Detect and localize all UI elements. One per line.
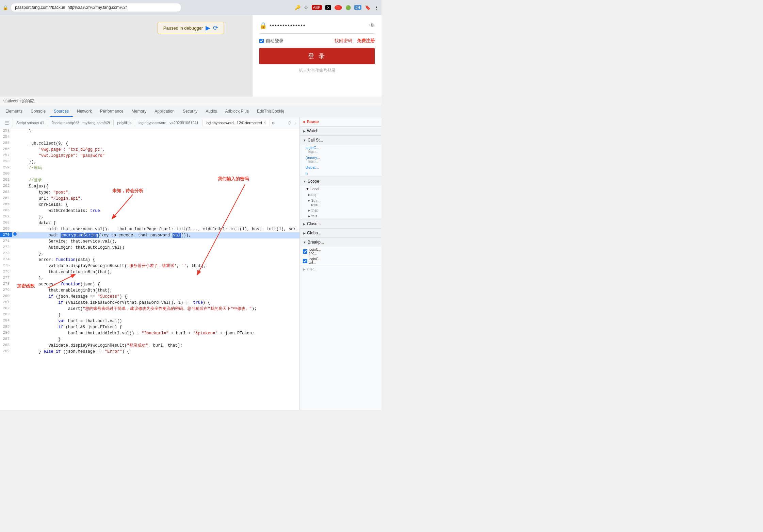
tab-elements[interactable]: Elements [1, 106, 27, 117]
devtools-tabs: Elements Console Sources Network Perform… [0, 106, 382, 117]
adblock-icon[interactable]: ABP [312, 5, 322, 10]
browser-icons: 🔑 ☆ ABP ✕ 🔴 🟢 JH 🔖 ⋮ [295, 5, 379, 10]
code-line-275: 275 validate.displayPswdLoginResult('服务器… [0, 263, 299, 269]
star-icon[interactable]: ☆ [304, 5, 308, 10]
callstack-label: Call St... [308, 138, 323, 143]
debug-closure-section: ▶ Closu... [300, 219, 382, 229]
tab-memory[interactable]: Memory [128, 106, 150, 117]
code-tab-backurl[interactable]: ?backurl=http%3...my.fang.com%2f [48, 119, 114, 126]
code-line-256: 256 'vwg.page': 'txz_dl^gg_pc', [0, 147, 299, 153]
debug-panel: ● Pause ▶ Watch ▼ Call St... loginC... l… [300, 117, 382, 410]
callstack-item-3[interactable]: dispat... [300, 164, 382, 170]
more-tabs-icon[interactable]: » [270, 120, 277, 126]
code-line-267: 267 }, [0, 214, 299, 220]
code-line-289: 289 } else if (json.Message == "Error") … [0, 349, 299, 355]
close-tab-icon[interactable]: ✕ [263, 121, 266, 124]
code-line-274: 274 error: function(data) { [0, 257, 299, 263]
debug-callstack-header[interactable]: ▼ Call St... [300, 136, 382, 145]
bookmark-icon[interactable]: 🔖 [365, 5, 371, 10]
code-line-260: 260 [0, 171, 299, 177]
code-line-257: 257 "vwt.logintype": "password" [0, 153, 299, 159]
code-line-264: 264 url: "/login.api", [0, 196, 299, 202]
eye-icon[interactable]: 👁 [369, 22, 375, 29]
debug-paused-label: ● Pause [300, 117, 382, 126]
scope-obj[interactable]: ▸ obj: [300, 192, 382, 198]
code-line-263: 263 type: "post", [0, 189, 299, 196]
tab-audits[interactable]: Audits [201, 106, 221, 117]
step-into-button[interactable]: ↓ [294, 120, 298, 126]
debugger-banner: Paused in debugger ▶ ⟳ [158, 22, 224, 34]
code-line-281: 281 if (validate.isPasswordForV(that.pas… [0, 300, 299, 306]
browser-chrome: 🔒 passport.fang.com/?backurl=http%3a%2f%… [0, 0, 382, 15]
find-password-link[interactable]: 找回密码 [335, 38, 352, 44]
scope-this[interactable]: ▸ this [300, 213, 382, 219]
code-line-286: 286 burl = that.middleUrl.val() + "?back… [0, 330, 299, 336]
lock-icon: 🔒 [3, 5, 8, 10]
format-button[interactable]: {} [287, 120, 292, 126]
debug-global-section: ▶ Globa... [300, 229, 382, 238]
login-button[interactable]: 登 录 [259, 48, 375, 64]
url-text: passport.fang.com/?backurl=http%3a%2f%2f… [15, 5, 127, 10]
code-tab-panel-toggle[interactable]: ☰ [1, 119, 13, 127]
code-line-288: 288 validate.displayPswdLoginResult("登录成… [0, 343, 299, 349]
menu-icon[interactable]: ⋮ [374, 5, 379, 10]
step-button[interactable]: ⟳ [213, 24, 218, 32]
breakpoint-1: loginC...enc... [300, 247, 382, 256]
response-bar: staticcom 的响应... [0, 97, 382, 106]
tab-performance[interactable]: Performance [96, 106, 128, 117]
scope-local[interactable]: ▼ Local [300, 186, 382, 192]
code-line-272: 272 AutoLogin: that.autoLogin.val() [0, 245, 299, 251]
callstack-item-4[interactable]: h [300, 170, 382, 177]
code-line-253: 253 } [0, 128, 299, 134]
ext-icon-g[interactable]: 🟢 [345, 5, 351, 10]
code-tab-snippet[interactable]: Script snippet #1 [13, 119, 48, 126]
code-area: 253 } 254 255 _ub.collect(9, { 256 [0, 128, 299, 355]
password-field[interactable]: •••••••••••••• [270, 22, 367, 29]
watch-label: Watch [307, 129, 319, 133]
code-line-283: 283 } [0, 312, 299, 318]
tab-application[interactable]: Application [150, 106, 179, 117]
debug-breakpoints-section: ▼ Breakp... loginC...enc... loginC...val… [300, 238, 382, 266]
code-tab-polyfill[interactable]: polyfill.js [114, 119, 135, 126]
debug-watch-section: ▶ Watch [300, 127, 382, 136]
tab-editcookie[interactable]: EditThisCookie [253, 106, 289, 117]
tab-sources[interactable]: Sources [50, 106, 73, 117]
scope-thi[interactable]: ▸ $thi... resu... [300, 198, 382, 207]
auto-login-label: 自动登录 [266, 38, 283, 44]
code-line-280: 280 if (json.Message == "Success") { [0, 294, 299, 300]
debug-scope-header[interactable]: ▼ Scope [300, 177, 382, 186]
tab-console[interactable]: Console [27, 106, 50, 117]
ext-icon-f[interactable]: 🔴 [335, 5, 342, 10]
tab-actions: {} ↓ [287, 120, 298, 126]
tab-adblock[interactable]: Adblock Plus [221, 106, 253, 117]
ext-icon-x[interactable]: ✕ [325, 5, 331, 10]
callstack-item-2[interactable]: (anony... login... [300, 154, 382, 164]
code-line-255: 255 _ub.collect(9, { [0, 140, 299, 147]
bp-checkbox-1[interactable] [303, 249, 307, 254]
debug-breakpoints-header[interactable]: ▼ Breakp... [300, 238, 382, 247]
code-line-285: 285 if (burl && json.PToken) { [0, 324, 299, 330]
auto-login-checkbox[interactable] [259, 39, 264, 43]
code-line-279: 279 that.enableLoginBtn(that); [0, 287, 299, 294]
code-line-262: 262 $.ajax({ [0, 183, 299, 189]
url-bar[interactable]: passport.fang.com/?backurl=http%3a%2f%2f… [11, 3, 181, 12]
key-icon[interactable]: 🔑 [295, 5, 301, 10]
resume-button[interactable]: ▶ [206, 24, 210, 32]
free-register-link[interactable]: 免费注册 [357, 38, 375, 44]
tab-security[interactable]: Security [179, 106, 201, 117]
scope-label: Scope [308, 179, 319, 184]
tab-network[interactable]: Network [73, 106, 96, 117]
breakpoint-2: loginC...val... [300, 256, 382, 266]
bp-checkbox-2[interactable] [303, 259, 307, 263]
scope-that[interactable]: ▸ that [300, 207, 382, 213]
callstack-item-1[interactable]: loginC... login... [300, 145, 382, 154]
debug-closure-header[interactable]: ▶ Closu... [300, 219, 382, 228]
code-line-278: 278 success: function(json) { [0, 281, 299, 287]
login-panel: 🔒 •••••••••••••• 👁 自动登录 找回密码 免费注册 登 录 第三… [252, 15, 382, 97]
ext-icon-jh[interactable]: JH [354, 5, 361, 10]
code-tab-login-formatted[interactable]: loginbypassword...1241:formatted ✕ [202, 119, 270, 126]
code-line-284: 284 var burl = that.burl.val() [0, 318, 299, 324]
debug-watch-header[interactable]: ▶ Watch [300, 127, 382, 135]
debug-global-header[interactable]: ▶ Globa... [300, 229, 382, 237]
code-tab-login-orig[interactable]: loginbypassword...v=202001061241 [135, 119, 202, 126]
